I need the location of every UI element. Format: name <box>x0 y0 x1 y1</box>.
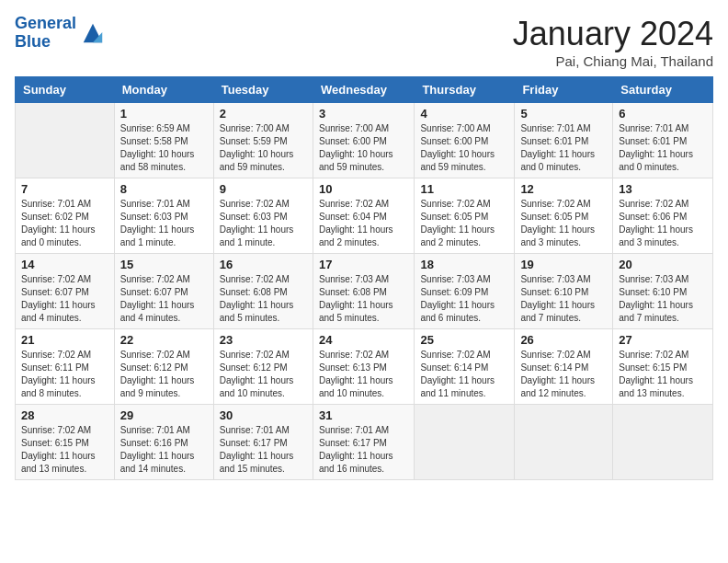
day-info: Sunrise: 7:02 AM Sunset: 6:14 PM Dayligh… <box>420 349 508 400</box>
day-number: 25 <box>420 333 508 347</box>
header: General Blue January 2024 Pai, Chiang Ma… <box>15 15 713 69</box>
day-cell: 16Sunrise: 7:02 AM Sunset: 6:08 PM Dayli… <box>213 254 313 329</box>
day-info: Sunrise: 7:02 AM Sunset: 6:04 PM Dayligh… <box>319 198 408 249</box>
day-cell: 10Sunrise: 7:02 AM Sunset: 6:04 PM Dayli… <box>313 178 414 254</box>
col-header-monday: Monday <box>114 77 213 103</box>
day-number: 18 <box>420 258 508 271</box>
day-cell: 14Sunrise: 7:02 AM Sunset: 6:07 PM Dayli… <box>16 254 115 329</box>
day-cell: 27Sunrise: 7:02 AM Sunset: 6:15 PM Dayli… <box>613 329 713 405</box>
col-header-sunday: Sunday <box>16 77 115 103</box>
day-number: 29 <box>120 408 208 422</box>
week-row-1: 7Sunrise: 7:01 AM Sunset: 6:02 PM Daylig… <box>16 178 713 254</box>
day-number: 13 <box>619 182 707 196</box>
week-row-4: 28Sunrise: 7:02 AM Sunset: 6:15 PM Dayli… <box>16 405 713 480</box>
day-info: Sunrise: 7:02 AM Sunset: 6:03 PM Dayligh… <box>220 198 307 249</box>
day-info: Sunrise: 7:02 AM Sunset: 6:06 PM Dayligh… <box>619 198 707 249</box>
day-info: Sunrise: 7:01 AM Sunset: 6:01 PM Dayligh… <box>619 122 707 174</box>
day-number: 31 <box>319 408 408 422</box>
day-number: 4 <box>420 107 508 121</box>
col-header-tuesday: Tuesday <box>213 77 313 103</box>
day-info: Sunrise: 7:03 AM Sunset: 6:09 PM Dayligh… <box>420 273 508 325</box>
day-number: 28 <box>21 408 108 422</box>
day-cell: 4Sunrise: 7:00 AM Sunset: 6:00 PM Daylig… <box>415 103 515 178</box>
week-row-3: 21Sunrise: 7:02 AM Sunset: 6:11 PM Dayli… <box>16 329 713 405</box>
day-number: 30 <box>220 408 307 422</box>
logo: General Blue <box>15 15 106 52</box>
day-number: 2 <box>220 107 307 121</box>
day-cell: 29Sunrise: 7:01 AM Sunset: 6:16 PM Dayli… <box>114 405 213 480</box>
day-number: 14 <box>21 258 108 271</box>
day-number: 1 <box>120 107 208 121</box>
day-cell: 20Sunrise: 7:03 AM Sunset: 6:10 PM Dayli… <box>613 254 713 329</box>
day-number: 26 <box>520 333 607 347</box>
day-number: 11 <box>420 182 508 196</box>
day-cell: 30Sunrise: 7:01 AM Sunset: 6:17 PM Dayli… <box>213 405 313 480</box>
day-number: 19 <box>520 258 607 271</box>
title-area: January 2024 Pai, Chiang Mai, Thailand <box>513 15 713 69</box>
day-number: 10 <box>319 182 408 196</box>
day-info: Sunrise: 7:03 AM Sunset: 6:08 PM Dayligh… <box>319 273 408 325</box>
header-row: SundayMondayTuesdayWednesdayThursdayFrid… <box>16 77 713 103</box>
day-info: Sunrise: 7:01 AM Sunset: 6:02 PM Dayligh… <box>21 198 108 249</box>
day-number: 12 <box>520 182 607 196</box>
day-info: Sunrise: 7:01 AM Sunset: 6:03 PM Dayligh… <box>120 198 208 249</box>
day-cell <box>16 103 115 178</box>
day-number: 9 <box>220 182 307 196</box>
day-info: Sunrise: 7:02 AM Sunset: 6:14 PM Dayligh… <box>520 349 607 400</box>
day-info: Sunrise: 7:00 AM Sunset: 5:59 PM Dayligh… <box>220 122 307 174</box>
day-info: Sunrise: 7:02 AM Sunset: 6:13 PM Dayligh… <box>319 349 408 400</box>
day-number: 15 <box>120 258 208 271</box>
day-cell: 26Sunrise: 7:02 AM Sunset: 6:14 PM Dayli… <box>515 329 613 405</box>
day-number: 7 <box>21 182 108 196</box>
day-cell: 13Sunrise: 7:02 AM Sunset: 6:06 PM Dayli… <box>613 178 713 254</box>
col-header-saturday: Saturday <box>613 77 713 103</box>
week-row-2: 14Sunrise: 7:02 AM Sunset: 6:07 PM Dayli… <box>16 254 713 329</box>
week-row-0: 1Sunrise: 6:59 AM Sunset: 5:58 PM Daylig… <box>16 103 713 178</box>
day-info: Sunrise: 7:02 AM Sunset: 6:11 PM Dayligh… <box>21 349 108 400</box>
day-number: 20 <box>619 258 707 271</box>
day-info: Sunrise: 6:59 AM Sunset: 5:58 PM Dayligh… <box>120 122 208 174</box>
day-info: Sunrise: 7:02 AM Sunset: 6:07 PM Dayligh… <box>21 273 108 325</box>
day-number: 6 <box>619 107 707 121</box>
day-cell: 31Sunrise: 7:01 AM Sunset: 6:17 PM Dayli… <box>313 405 414 480</box>
day-number: 21 <box>21 333 108 347</box>
col-header-thursday: Thursday <box>415 77 515 103</box>
day-info: Sunrise: 7:02 AM Sunset: 6:12 PM Dayligh… <box>120 349 208 400</box>
day-cell: 23Sunrise: 7:02 AM Sunset: 6:12 PM Dayli… <box>213 329 313 405</box>
day-info: Sunrise: 7:02 AM Sunset: 6:05 PM Dayligh… <box>420 198 508 249</box>
day-number: 16 <box>220 258 307 271</box>
day-info: Sunrise: 7:02 AM Sunset: 6:05 PM Dayligh… <box>520 198 607 249</box>
day-cell: 2Sunrise: 7:00 AM Sunset: 5:59 PM Daylig… <box>213 103 313 178</box>
day-info: Sunrise: 7:02 AM Sunset: 6:07 PM Dayligh… <box>120 273 208 325</box>
day-info: Sunrise: 7:01 AM Sunset: 6:16 PM Dayligh… <box>120 424 208 476</box>
day-info: Sunrise: 7:02 AM Sunset: 6:12 PM Dayligh… <box>220 349 307 400</box>
day-cell: 7Sunrise: 7:01 AM Sunset: 6:02 PM Daylig… <box>16 178 115 254</box>
day-cell: 24Sunrise: 7:02 AM Sunset: 6:13 PM Dayli… <box>313 329 414 405</box>
day-info: Sunrise: 7:02 AM Sunset: 6:08 PM Dayligh… <box>220 273 307 325</box>
day-number: 5 <box>520 107 607 121</box>
day-cell: 5Sunrise: 7:01 AM Sunset: 6:01 PM Daylig… <box>515 103 613 178</box>
day-number: 27 <box>619 333 707 347</box>
day-cell: 21Sunrise: 7:02 AM Sunset: 6:11 PM Dayli… <box>16 329 115 405</box>
day-cell: 22Sunrise: 7:02 AM Sunset: 6:12 PM Dayli… <box>114 329 213 405</box>
month-title: January 2024 <box>513 15 713 53</box>
day-info: Sunrise: 7:02 AM Sunset: 6:15 PM Dayligh… <box>619 349 707 400</box>
col-header-friday: Friday <box>515 77 613 103</box>
day-info: Sunrise: 7:01 AM Sunset: 6:17 PM Dayligh… <box>220 424 307 476</box>
day-info: Sunrise: 7:03 AM Sunset: 6:10 PM Dayligh… <box>619 273 707 325</box>
day-info: Sunrise: 7:01 AM Sunset: 6:01 PM Dayligh… <box>520 122 607 174</box>
day-cell: 8Sunrise: 7:01 AM Sunset: 6:03 PM Daylig… <box>114 178 213 254</box>
day-cell: 17Sunrise: 7:03 AM Sunset: 6:08 PM Dayli… <box>313 254 414 329</box>
day-number: 8 <box>120 182 208 196</box>
day-cell: 12Sunrise: 7:02 AM Sunset: 6:05 PM Dayli… <box>515 178 613 254</box>
day-cell: 11Sunrise: 7:02 AM Sunset: 6:05 PM Dayli… <box>415 178 515 254</box>
day-number: 22 <box>120 333 208 347</box>
col-header-wednesday: Wednesday <box>313 77 414 103</box>
day-info: Sunrise: 7:03 AM Sunset: 6:10 PM Dayligh… <box>520 273 607 325</box>
day-cell: 19Sunrise: 7:03 AM Sunset: 6:10 PM Dayli… <box>515 254 613 329</box>
day-cell: 9Sunrise: 7:02 AM Sunset: 6:03 PM Daylig… <box>213 178 313 254</box>
day-cell: 28Sunrise: 7:02 AM Sunset: 6:15 PM Dayli… <box>16 405 115 480</box>
day-info: Sunrise: 7:02 AM Sunset: 6:15 PM Dayligh… <box>21 424 108 476</box>
day-cell <box>515 405 613 480</box>
day-cell: 25Sunrise: 7:02 AM Sunset: 6:14 PM Dayli… <box>415 329 515 405</box>
